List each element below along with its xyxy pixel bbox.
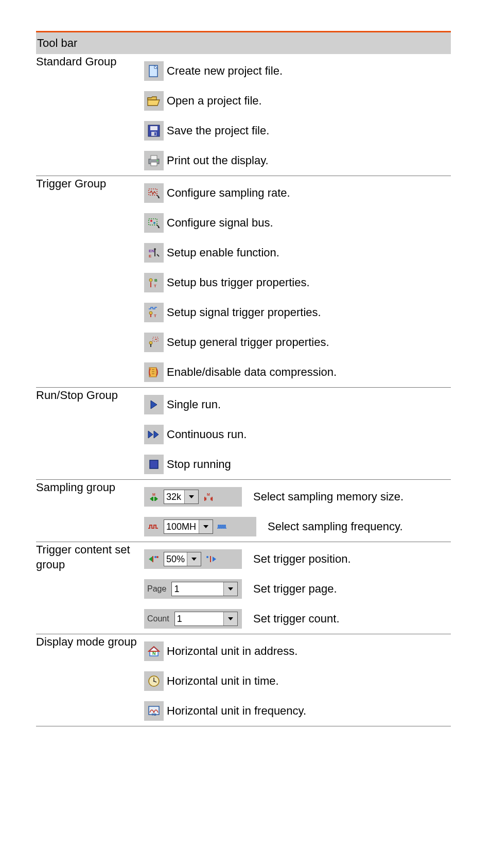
memory-size-value: 32k [164,490,185,504]
trigger-position-dropdown[interactable]: 50% [164,552,201,566]
group-label-runstop: Run/Stop Group [36,389,118,402]
svg-marker-58 [228,617,233,620]
dropdown-arrow-icon[interactable] [224,612,237,626]
bus-trigger-icon[interactable]: BT [144,273,164,292]
trigger-count-control: Count 1 [144,609,242,629]
item-desc: Save the project file. [167,124,269,138]
svg-rect-10 [151,162,157,166]
svg-text:B: B [154,278,157,283]
item-desc: Configure sampling rate. [167,186,290,200]
item-desc: Print out the display. [167,153,269,168]
trigger-count-dropdown[interactable]: 1 [174,612,238,626]
enable-function-icon[interactable]: ENE [144,243,164,263]
frequency-high-icon[interactable] [215,519,231,534]
item-desc: Create new project file. [167,64,283,78]
memory-increase-icon[interactable]: M [201,489,216,505]
svg-text:M: M [207,493,210,496]
svg-marker-56 [213,557,216,562]
group-label-sampling: Sampling group [36,481,115,494]
continuous-run-icon[interactable] [144,425,164,444]
print-icon[interactable] [144,151,164,170]
item-desc: Continuous run. [167,427,247,442]
save-file-icon[interactable] [144,121,164,141]
unit-address-icon[interactable]: N [144,641,164,661]
general-trigger-icon[interactable] [144,333,164,352]
svg-marker-33 [148,431,153,438]
memory-decrease-icon[interactable]: M [146,489,162,505]
item-desc: Horizontal unit in time. [167,674,279,688]
svg-text:Hz: Hz [152,713,156,716]
frequency-dropdown[interactable]: 100MH [164,519,213,534]
trigger-page-control: Page 1 [144,579,242,599]
item-desc: Setup signal trigger properties. [167,305,321,320]
svg-text:T: T [154,314,156,318]
group-label-standard: Standard Group [36,55,117,68]
item-desc: Setup bus trigger properties. [167,275,310,290]
memory-size-dropdown[interactable]: 32k [164,490,199,504]
dropdown-arrow-icon[interactable] [185,490,198,504]
svg-marker-48 [203,525,208,528]
separator [36,726,451,726]
unit-time-icon[interactable] [144,671,164,691]
svg-point-54 [206,556,208,558]
trigger-pos-right-icon[interactable] [203,551,219,567]
group-label-triggercontent: Trigger content set group [36,543,130,571]
svg-point-16 [153,222,155,224]
svg-point-21 [149,279,152,282]
sampling-rate-icon[interactable] [144,183,164,203]
item-desc: Setup general trigger properties. [167,335,329,350]
svg-rect-35 [150,460,158,468]
toolbar-table: Standard Group Create new project file. … [36,54,451,726]
new-file-icon[interactable] [144,61,164,81]
item-desc: Configure signal bus. [167,216,273,230]
signal-bus-icon[interactable] [144,213,164,233]
svg-marker-34 [154,431,159,438]
svg-text:T: T [154,284,156,288]
group-label-trigger: Trigger Group [36,177,106,190]
trigger-position-control: 50% [144,549,242,569]
group-label-display: Display mode group [36,635,137,648]
section-header: Tool bar [36,32,451,54]
svg-point-11 [157,160,159,162]
item-desc: Setup enable function. [167,246,279,260]
item-desc: Enable/disable data compression. [167,365,337,379]
svg-marker-32 [151,401,157,409]
svg-point-52 [156,556,159,558]
trigger-pos-left-icon[interactable] [146,551,162,567]
open-file-icon[interactable] [144,91,164,111]
svg-marker-37 [150,497,152,501]
svg-rect-9 [151,155,157,160]
signal-trigger-icon[interactable]: T [144,303,164,322]
svg-rect-5 [150,126,157,130]
page-label: Page [146,584,169,594]
memory-size-control: M 32k M [144,487,242,507]
unit-frequency-icon[interactable]: Hz [144,701,164,721]
trigger-page-dropdown[interactable]: 1 [171,582,238,596]
svg-text:EN: EN [149,249,154,253]
svg-marker-57 [228,587,233,591]
count-label: Count [146,614,172,623]
svg-marker-3 [148,97,156,100]
svg-point-51 [154,556,156,558]
dropdown-arrow-icon[interactable] [187,552,201,566]
frequency-value: 100MH [164,520,199,533]
svg-text:N: N [152,651,156,656]
data-compression-icon[interactable] [144,362,164,382]
dropdown-arrow-icon[interactable] [199,520,213,533]
svg-marker-49 [149,557,152,562]
item-desc: Single run. [167,397,221,412]
dropdown-arrow-icon[interactable] [224,582,237,596]
item-desc: Select sampling frequency. [259,519,451,534]
single-run-icon[interactable] [144,395,164,414]
item-desc: Select sampling memory size. [245,490,451,504]
item-desc: Horizontal unit in frequency. [167,704,306,718]
stop-icon[interactable] [144,455,164,474]
svg-point-20 [154,248,156,250]
item-desc: Set trigger count. [245,612,451,626]
trigger-page-value: 1 [172,582,224,596]
item-desc: Stop running [167,457,231,472]
frequency-low-icon[interactable] [146,519,162,534]
item-desc: Set trigger position. [245,552,451,566]
item-desc: Open a project file. [167,94,262,108]
svg-text:M: M [152,493,155,496]
